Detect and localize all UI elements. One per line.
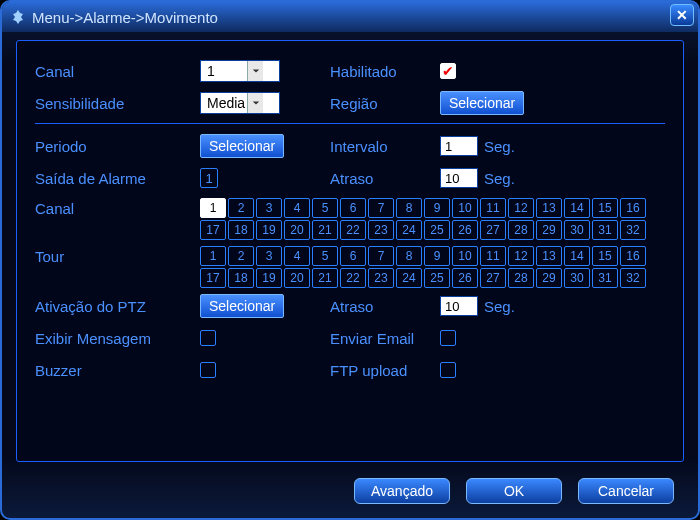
tour-channel-13[interactable]: 13: [536, 246, 562, 266]
rec-channel-30[interactable]: 30: [564, 220, 590, 240]
buzzer-checkbox[interactable]: ✔: [200, 362, 216, 378]
ptz-button[interactable]: Selecionar: [200, 294, 284, 318]
intervalo-input[interactable]: 1: [440, 136, 478, 156]
tour-channel-9[interactable]: 9: [424, 246, 450, 266]
rec-channel-1[interactable]: 1: [200, 198, 226, 218]
tour-channel-17[interactable]: 17: [200, 268, 226, 288]
unit-seg: Seg.: [484, 298, 515, 315]
rec-channel-29[interactable]: 29: [536, 220, 562, 240]
periodo-button[interactable]: Selecionar: [200, 134, 284, 158]
tour-channel-22[interactable]: 22: [340, 268, 366, 288]
tour-channel-3[interactable]: 3: [256, 246, 282, 266]
rec-channel-7[interactable]: 7: [368, 198, 394, 218]
tour-channel-24[interactable]: 24: [396, 268, 422, 288]
tour-channel-6[interactable]: 6: [340, 246, 366, 266]
rec-channel-24[interactable]: 24: [396, 220, 422, 240]
rec-channel-17[interactable]: 17: [200, 220, 226, 240]
exibir-checkbox[interactable]: ✔: [200, 330, 216, 346]
close-icon: ✕: [676, 7, 688, 23]
tour-channel-8[interactable]: 8: [396, 246, 422, 266]
rec-channel-23[interactable]: 23: [368, 220, 394, 240]
close-button[interactable]: ✕: [670, 4, 694, 26]
rec-channel-20[interactable]: 20: [284, 220, 310, 240]
rec-channel-18[interactable]: 18: [228, 220, 254, 240]
tour-channel-31[interactable]: 31: [592, 268, 618, 288]
tour-channel-25[interactable]: 25: [424, 268, 450, 288]
tour-channel-1[interactable]: 1: [200, 246, 226, 266]
rec-channel-14[interactable]: 14: [564, 198, 590, 218]
footer: Avançado OK Cancelar: [354, 478, 674, 504]
tour-channel-15[interactable]: 15: [592, 246, 618, 266]
rec-channel-25[interactable]: 25: [424, 220, 450, 240]
rec-channel-19[interactable]: 19: [256, 220, 282, 240]
ftp-checkbox[interactable]: ✔: [440, 362, 456, 378]
avancado-button[interactable]: Avançado: [354, 478, 450, 504]
rec-channel-13[interactable]: 13: [536, 198, 562, 218]
chevron-down-icon: [247, 93, 263, 113]
ok-button[interactable]: OK: [466, 478, 562, 504]
rec-channel-16[interactable]: 16: [620, 198, 646, 218]
rec-channel-12[interactable]: 12: [508, 198, 534, 218]
label-saida: Saída de Alarme: [35, 170, 200, 187]
tour-channel-10[interactable]: 10: [452, 246, 478, 266]
tour-channel-26[interactable]: 26: [452, 268, 478, 288]
habilitado-checkbox[interactable]: ✔: [440, 63, 456, 79]
rec-channel-15[interactable]: 15: [592, 198, 618, 218]
cancelar-button[interactable]: Cancelar: [578, 478, 674, 504]
tour-channel-7[interactable]: 7: [368, 246, 394, 266]
tour-channel-27[interactable]: 27: [480, 268, 506, 288]
tour-channel-19[interactable]: 19: [256, 268, 282, 288]
label-ptz: Ativação do PTZ: [35, 298, 200, 315]
rec-channel-31[interactable]: 31: [592, 220, 618, 240]
rec-channel-28[interactable]: 28: [508, 220, 534, 240]
ptz-atraso-input[interactable]: 10: [440, 296, 478, 316]
tour-channel-grid: 1234567891011121314151617181920212223242…: [200, 246, 664, 288]
tour-channel-11[interactable]: 11: [480, 246, 506, 266]
rec-channel-27[interactable]: 27: [480, 220, 506, 240]
rec-channel-4[interactable]: 4: [284, 198, 310, 218]
label-tour: Tour: [35, 246, 200, 265]
atraso-input[interactable]: 10: [440, 168, 478, 188]
canal-select-value: 1: [207, 63, 247, 79]
rec-channel-3[interactable]: 3: [256, 198, 282, 218]
tour-channel-29[interactable]: 29: [536, 268, 562, 288]
tour-channel-12[interactable]: 12: [508, 246, 534, 266]
divider: [35, 123, 665, 124]
label-exibir: Exibir Mensagem: [35, 330, 200, 347]
enviar-checkbox[interactable]: ✔: [440, 330, 456, 346]
rec-channel-21[interactable]: 21: [312, 220, 338, 240]
titlebar: Menu->Alarme->Movimento ✕: [2, 2, 698, 32]
rec-channel-5[interactable]: 5: [312, 198, 338, 218]
rec-channel-6[interactable]: 6: [340, 198, 366, 218]
sensibilidade-select[interactable]: Media: [200, 92, 280, 114]
tour-channel-5[interactable]: 5: [312, 246, 338, 266]
tour-channel-23[interactable]: 23: [368, 268, 394, 288]
label-habilitado: Habilitado: [330, 63, 440, 80]
motion-icon: [10, 9, 26, 25]
unit-seg: Seg.: [484, 138, 515, 155]
label-enviar: Enviar Email: [330, 330, 440, 347]
tour-channel-21[interactable]: 21: [312, 268, 338, 288]
rec-channel-9[interactable]: 9: [424, 198, 450, 218]
tour-channel-32[interactable]: 32: [620, 268, 646, 288]
tour-channel-2[interactable]: 2: [228, 246, 254, 266]
tour-channel-14[interactable]: 14: [564, 246, 590, 266]
rec-channel-22[interactable]: 22: [340, 220, 366, 240]
canal-select[interactable]: 1: [200, 60, 280, 82]
rec-channel-32[interactable]: 32: [620, 220, 646, 240]
rec-channel-2[interactable]: 2: [228, 198, 254, 218]
tour-channel-30[interactable]: 30: [564, 268, 590, 288]
rec-channel-10[interactable]: 10: [452, 198, 478, 218]
label-regiao: Região: [330, 95, 440, 112]
rec-channel-11[interactable]: 11: [480, 198, 506, 218]
rec-channel-8[interactable]: 8: [396, 198, 422, 218]
tour-channel-18[interactable]: 18: [228, 268, 254, 288]
alarm-output-1[interactable]: 1: [200, 168, 218, 188]
tour-channel-20[interactable]: 20: [284, 268, 310, 288]
tour-channel-4[interactable]: 4: [284, 246, 310, 266]
tour-channel-16[interactable]: 16: [620, 246, 646, 266]
tour-channel-28[interactable]: 28: [508, 268, 534, 288]
rec-channel-grid: 1234567891011121314151617181920212223242…: [200, 198, 664, 240]
regiao-button[interactable]: Selecionar: [440, 91, 524, 115]
rec-channel-26[interactable]: 26: [452, 220, 478, 240]
